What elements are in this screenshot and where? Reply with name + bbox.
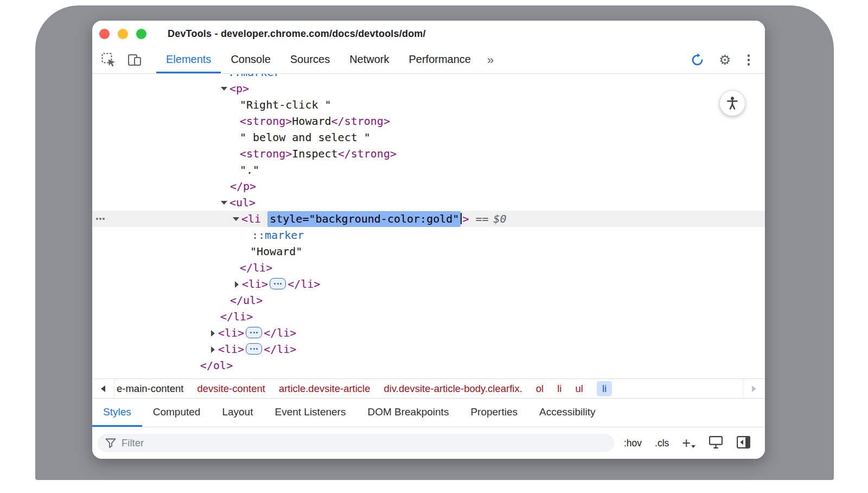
- tag-token: </p>: [230, 180, 256, 193]
- dom-tree-row[interactable]: </li>: [92, 260, 765, 276]
- expand-ellipsis-icon[interactable]: [270, 278, 286, 289]
- dom-tree-row[interactable]: <li></li>: [92, 276, 765, 292]
- sidebar-tab-strip: StylesComputedLayoutEvent ListenersDOM B…: [92, 399, 765, 427]
- reload-badge-icon[interactable]: [690, 53, 705, 68]
- dom-tree-row[interactable]: <strong>Howard</strong>: [92, 113, 765, 129]
- row-overflow-icon[interactable]: [96, 218, 105, 220]
- devtools-toolbar: ElementsConsoleSourcesNetworkPerformance…: [92, 47, 765, 74]
- tab-console[interactable]: Console: [221, 47, 280, 73]
- tag-token: <li>: [218, 343, 244, 356]
- tag-token: </li>: [264, 343, 296, 356]
- toggle-element-state-button[interactable]: :hov: [624, 438, 642, 449]
- dom-tree-row[interactable]: <strong>Inspect</strong>: [92, 146, 765, 162]
- text-token: Inspect: [292, 147, 337, 160]
- tab-properties[interactable]: Properties: [459, 399, 528, 427]
- devtools-window: DevTools - developer.chrome.com/docs/dev…: [92, 21, 765, 459]
- dom-tree-row[interactable]: ::marker: [92, 74, 765, 80]
- dom-tree-row[interactable]: <li></li>: [92, 325, 765, 341]
- text-token: "Howard": [250, 245, 302, 258]
- breadcrumb-item[interactable]: li: [597, 381, 612, 396]
- rendering-emulation-icon[interactable]: [709, 435, 723, 451]
- dom-tree-row[interactable]: " below and select ": [92, 129, 765, 146]
- breadcrumb-item[interactable]: ol: [536, 383, 544, 395]
- collapse-arrow-icon[interactable]: [220, 194, 229, 211]
- dom-tree-row[interactable]: </ol>: [92, 357, 765, 374]
- left-arrow-icon: [101, 385, 105, 392]
- expand-ellipsis-icon[interactable]: [246, 343, 262, 355]
- dom-tree-row[interactable]: <p>: [92, 80, 765, 97]
- toolbar-tab-strip: ElementsConsoleSourcesNetworkPerformance: [156, 47, 481, 73]
- minimize-button[interactable]: [118, 29, 128, 39]
- dom-tree-row[interactable]: ::marker: [92, 227, 765, 243]
- tag-token: </li>: [264, 326, 296, 339]
- tag-token: </li>: [220, 310, 253, 323]
- text-token: ".": [240, 163, 259, 176]
- dom-tree-row[interactable]: </li>: [92, 308, 765, 325]
- tab-computed[interactable]: Computed: [142, 399, 212, 427]
- text-caret: [461, 213, 462, 224]
- tab-styles[interactable]: Styles: [92, 399, 142, 427]
- breadcrumb-item[interactable]: devsite-content: [197, 383, 265, 395]
- breadcrumb: e-main-contentdevsite-contentarticle.dev…: [114, 379, 743, 398]
- dom-tree-row[interactable]: <li></li>: [92, 341, 765, 357]
- tag-token: </li>: [240, 261, 272, 274]
- tab-sources[interactable]: Sources: [280, 47, 340, 73]
- tab-event-listeners[interactable]: Event Listeners: [264, 399, 356, 427]
- tab-elements[interactable]: Elements: [156, 47, 221, 73]
- expand-ellipsis-icon[interactable]: [246, 327, 262, 338]
- styles-filter-bar: Filter :hov .cls +: [92, 427, 765, 459]
- text-token: Howard: [292, 115, 331, 128]
- device-toolbar-icon[interactable]: [127, 53, 142, 68]
- close-button[interactable]: [99, 29, 110, 39]
- dom-tree-row[interactable]: "Howard": [92, 243, 765, 260]
- breadcrumb-item[interactable]: article.devsite-article: [279, 383, 371, 395]
- dom-tree-row[interactable]: </p>: [92, 178, 765, 194]
- collapse-arrow-icon[interactable]: [232, 211, 241, 227]
- dom-tree-row[interactable]: <li style="background-color:gold">==$0: [92, 211, 765, 227]
- window-title: DevTools - developer.chrome.com/docs/dev…: [168, 28, 426, 40]
- new-style-rule-button[interactable]: +: [682, 438, 695, 448]
- dom-tree-row[interactable]: </ul>: [92, 292, 765, 308]
- zoom-button[interactable]: [136, 29, 146, 39]
- expand-arrow-icon[interactable]: [232, 276, 242, 292]
- text-token: "Right-click ": [240, 98, 331, 111]
- collapse-arrow-icon[interactable]: [220, 80, 229, 97]
- expand-arrow-icon[interactable]: [208, 341, 218, 357]
- tab-accessibility[interactable]: Accessibility: [528, 399, 606, 427]
- settings-gear-icon[interactable]: ⚙: [719, 53, 731, 67]
- tag-token: <strong>: [240, 147, 292, 160]
- tag-token: <li>: [242, 277, 268, 290]
- tab-dom-breakpoints[interactable]: DOM Breakpoints: [356, 399, 459, 427]
- tag-token: <li: [241, 212, 267, 225]
- tab-performance[interactable]: Performance: [399, 47, 481, 73]
- accessibility-person-icon[interactable]: [719, 90, 745, 116]
- filter-funnel-icon: [105, 438, 116, 448]
- tab-layout[interactable]: Layout: [211, 399, 264, 427]
- right-arrow-icon: [752, 385, 756, 392]
- breadcrumb-item[interactable]: ul: [575, 383, 583, 395]
- styles-pane-controls: :hov .cls +: [624, 435, 751, 451]
- breadcrumb-scroll-left-button[interactable]: [92, 379, 114, 398]
- dom-tree-row[interactable]: ".": [92, 162, 765, 178]
- dom-tree-row[interactable]: "Right-click ": [92, 97, 765, 113]
- breadcrumb-item[interactable]: e-main-content: [117, 383, 183, 395]
- breadcrumb-item[interactable]: li: [557, 383, 561, 395]
- sidebar-toggle-icon[interactable]: [736, 435, 751, 451]
- dom-tree-row[interactable]: <ul>: [92, 194, 765, 211]
- tab-network[interactable]: Network: [340, 47, 399, 73]
- dollar-zero-badge: $0: [494, 212, 507, 225]
- toolbar-right-controls: ⚙: [690, 47, 765, 73]
- plus-icon: +: [682, 438, 691, 448]
- breadcrumb-scroll-right-button[interactable]: [743, 379, 765, 398]
- tag-token: </ul>: [230, 294, 263, 307]
- equals-sign: ==: [475, 212, 488, 225]
- element-classes-button[interactable]: .cls: [655, 438, 669, 449]
- tag-token: >: [462, 212, 469, 225]
- inspect-element-icon[interactable]: [101, 53, 116, 68]
- more-panels-chevron-icon[interactable]: »: [484, 47, 497, 73]
- filter-input[interactable]: Filter: [98, 434, 614, 452]
- expand-arrow-icon[interactable]: [208, 325, 218, 341]
- elements-panel: ::marker<p>"Right-click "<strong>Howard<…: [92, 74, 765, 378]
- more-options-menu-icon[interactable]: [745, 52, 752, 68]
- breadcrumb-item[interactable]: div.devsite-article-body.clearfix.: [384, 383, 522, 395]
